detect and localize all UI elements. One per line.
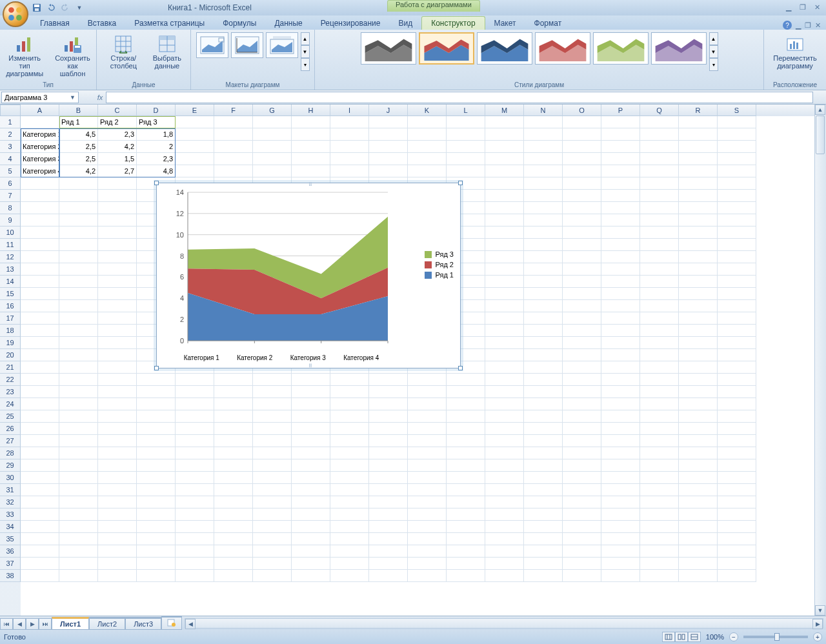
cell[interactable] (59, 325, 98, 337)
cell[interactable] (369, 558, 408, 570)
column-header[interactable]: I (330, 105, 369, 116)
sheet-nav-first-icon[interactable]: ⏮ (0, 618, 13, 630)
cell[interactable] (524, 202, 563, 214)
cell[interactable] (21, 398, 59, 410)
cell[interactable] (253, 141, 292, 153)
row-header[interactable]: 3 (0, 141, 21, 153)
cell[interactable] (563, 459, 601, 472)
cell[interactable] (563, 202, 601, 214)
cell[interactable] (640, 472, 679, 484)
cell[interactable] (408, 435, 447, 447)
cell[interactable] (601, 263, 640, 276)
cell[interactable] (137, 374, 176, 386)
cell[interactable] (214, 423, 253, 435)
cell[interactable] (98, 263, 137, 276)
cell[interactable] (640, 276, 679, 288)
cell[interactable] (679, 263, 718, 276)
cell[interactable] (524, 484, 563, 496)
cell[interactable] (601, 386, 640, 398)
view-normal-icon[interactable] (662, 632, 675, 642)
cell[interactable] (21, 300, 59, 312)
cell[interactable] (601, 361, 640, 374)
cell[interactable] (137, 570, 176, 582)
cell[interactable] (447, 447, 485, 459)
row-header[interactable]: 26 (0, 423, 21, 435)
cell[interactable] (640, 251, 679, 263)
cell[interactable] (485, 141, 524, 153)
column-header[interactable]: D (137, 105, 176, 116)
cell[interactable] (292, 128, 330, 141)
cell[interactable] (253, 496, 292, 508)
cell[interactable] (59, 337, 98, 349)
row-header[interactable]: 33 (0, 508, 21, 521)
cell[interactable] (640, 398, 679, 410)
cell[interactable] (601, 300, 640, 312)
cell[interactable] (214, 545, 253, 558)
cell[interactable] (214, 165, 253, 177)
cell[interactable] (292, 410, 330, 423)
layouts-more-icon[interactable]: ▾ (301, 58, 310, 71)
cell[interactable] (679, 570, 718, 582)
row-header[interactable]: 34 (0, 521, 21, 533)
cell[interactable] (59, 484, 98, 496)
cell[interactable] (563, 545, 601, 558)
row-header[interactable]: 38 (0, 570, 21, 582)
cell[interactable] (679, 521, 718, 533)
cell[interactable] (524, 545, 563, 558)
formula-bar[interactable] (106, 92, 813, 103)
cell[interactable] (524, 496, 563, 508)
cell[interactable] (718, 558, 756, 570)
column-header[interactable]: H (292, 105, 330, 116)
cell[interactable] (21, 374, 59, 386)
cell[interactable] (292, 472, 330, 484)
cell[interactable] (447, 558, 485, 570)
cell[interactable] (137, 496, 176, 508)
cell[interactable] (214, 508, 253, 521)
doc-restore-icon[interactable]: ❐ (805, 21, 811, 30)
chart-style-thumb[interactable] (535, 32, 590, 65)
cell[interactable] (524, 214, 563, 226)
cell[interactable] (214, 410, 253, 423)
cell[interactable] (640, 165, 679, 177)
cell[interactable] (408, 545, 447, 558)
cell[interactable] (601, 349, 640, 361)
cell[interactable] (59, 202, 98, 214)
cell[interactable] (292, 521, 330, 533)
cell[interactable] (524, 288, 563, 300)
column-header[interactable]: E (176, 105, 214, 116)
cell[interactable] (21, 226, 59, 239)
cell[interactable] (447, 570, 485, 582)
row-header[interactable]: 22 (0, 374, 21, 386)
fx-icon[interactable]: fx (94, 94, 106, 101)
cell[interactable] (563, 251, 601, 263)
cell[interactable] (640, 337, 679, 349)
cell[interactable] (640, 496, 679, 508)
cell[interactable] (330, 116, 369, 128)
cell[interactable] (214, 128, 253, 141)
cell[interactable] (292, 386, 330, 398)
scroll-up-icon[interactable]: ▲ (815, 105, 825, 115)
row-header[interactable]: 5 (0, 165, 21, 177)
cell[interactable] (98, 361, 137, 374)
tab-data[interactable]: Данные (265, 17, 311, 30)
cell[interactable] (292, 508, 330, 521)
doc-minimize-icon[interactable]: ▁ (796, 21, 801, 30)
cell[interactable] (59, 361, 98, 374)
cell[interactable] (369, 459, 408, 472)
cell[interactable] (98, 545, 137, 558)
cell[interactable] (369, 435, 408, 447)
cell[interactable] (98, 435, 137, 447)
tab-insert[interactable]: Вставка (79, 17, 126, 30)
cell[interactable] (718, 508, 756, 521)
row-header[interactable]: 31 (0, 484, 21, 496)
cell[interactable] (447, 116, 485, 128)
cell[interactable] (176, 128, 214, 141)
cell[interactable] (408, 128, 447, 141)
cell[interactable] (485, 558, 524, 570)
cell[interactable] (718, 226, 756, 239)
layouts-scroll-down-icon[interactable]: ▼ (301, 45, 310, 58)
cell[interactable] (485, 484, 524, 496)
cell[interactable] (640, 435, 679, 447)
cell[interactable] (369, 374, 408, 386)
cell[interactable] (718, 325, 756, 337)
